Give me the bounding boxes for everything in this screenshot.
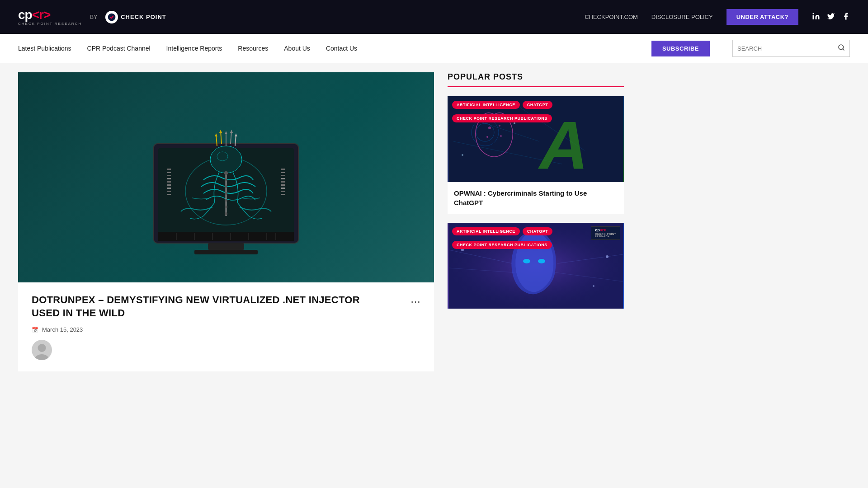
svg-point-67 [486, 136, 488, 138]
svg-point-66 [499, 125, 500, 127]
nav-intelligence-reports[interactable]: Intelligence Reports [166, 45, 222, 52]
hero-image [18, 72, 434, 282]
svg-point-43 [225, 192, 227, 195]
tag-ai-1[interactable]: ARTIFICIAL INTELLIGENCE [452, 101, 520, 109]
svg-rect-33 [281, 178, 285, 179]
nav-latest-publications[interactable]: Latest Publications [18, 45, 71, 52]
svg-point-76 [538, 259, 545, 263]
svg-point-68 [500, 135, 502, 137]
nav-resources[interactable]: Resources [238, 45, 268, 52]
svg-rect-34 [281, 181, 285, 183]
svg-rect-22 [167, 172, 171, 173]
popular-post-2: ARTIFICIAL INTELLIGENCE CHATGPT CHECK PO… [448, 223, 624, 309]
svg-rect-37 [281, 191, 285, 192]
disclosure-policy-link[interactable]: DISCLOSURE POLICY [651, 14, 713, 20]
svg-point-56 [38, 344, 46, 352]
article-more-button[interactable]: ⋯ [410, 296, 420, 308]
article-header-row: DOTRUNPEX – DEMYSTIFYING NEW VIRTUALIZED… [32, 294, 420, 319]
svg-rect-25 [167, 181, 171, 183]
svg-rect-7 [194, 250, 258, 254]
svg-point-71 [462, 154, 463, 156]
popular-posts-title: POPULAR POSTS [448, 72, 624, 87]
tag-cpr-pub-1[interactable]: CHECK POINT RESEARCH PUBLICATIONS [452, 114, 552, 122]
social-icons [812, 12, 850, 22]
post-2-tags: ARTIFICIAL INTELLIGENCE CHATGPT [452, 227, 552, 235]
svg-point-42 [225, 185, 227, 188]
article-meta: 📅 March 15, 2023 [32, 326, 420, 333]
twitter-icon[interactable] [827, 12, 835, 22]
svg-rect-31 [281, 172, 285, 173]
svg-marker-20 [235, 133, 237, 136]
svg-rect-21 [167, 169, 171, 170]
header-links: CHECKPOINT.COM DISCLOSURE POLICY [585, 14, 713, 20]
svg-line-13 [221, 131, 222, 144]
header-right: CHECKPOINT.COM DISCLOSURE POLICY UNDER A… [585, 9, 850, 25]
tag-chatgpt-1[interactable]: CHATGPT [523, 101, 552, 109]
svg-point-70 [514, 122, 515, 124]
svg-point-82 [606, 255, 609, 258]
nav-cpr-podcast[interactable]: CPR Podcast Channel [87, 45, 151, 52]
svg-marker-14 [219, 130, 222, 133]
post-2-image: ARTIFICIAL INTELLIGENCE CHATGPT CHECK PO… [448, 223, 624, 309]
calendar-icon: 📅 [32, 327, 38, 333]
post-2-tags-row2: CHECK POINT RESEARCH PUBLICATIONS [452, 240, 552, 248]
search-box [732, 40, 850, 57]
svg-marker-16 [225, 131, 227, 134]
tag-chatgpt-2[interactable]: CHATGPT [523, 227, 552, 235]
top-header: cp<r> CHECK POINT RESEARCH BY CHECK POIN… [0, 0, 868, 34]
svg-rect-58 [449, 96, 623, 182]
sidebar: POPULAR POSTS [448, 72, 624, 479]
cpr-logo[interactable]: cp<r> CHECK POINT RESEARCH [18, 9, 82, 26]
popular-post-1: A ARTIFICIAL INTEL [448, 96, 624, 214]
svg-rect-28 [167, 191, 171, 192]
by-label: BY [90, 14, 97, 20]
svg-rect-26 [167, 184, 171, 186]
svg-marker-12 [215, 133, 217, 136]
svg-point-65 [488, 127, 491, 129]
svg-rect-23 [167, 175, 171, 176]
article-title: DOTRUNPEX – DEMYSTIFYING NEW VIRTUALIZED… [32, 294, 362, 319]
svg-point-44 [225, 199, 227, 202]
cpr-badge: cp<r> CHECK POINT RESEARCH [591, 226, 620, 240]
cpr-logo-tagline: CHECK POINT RESEARCH [18, 22, 82, 26]
svg-line-3 [843, 49, 844, 50]
svg-point-46 [225, 212, 227, 215]
tag-ai-2[interactable]: ARTIFICIAL INTELLIGENCE [452, 227, 520, 235]
svg-rect-24 [167, 178, 171, 179]
linkedin-icon[interactable] [812, 12, 820, 22]
svg-rect-47 [158, 232, 294, 241]
svg-point-40 [224, 171, 228, 175]
subscribe-button[interactable]: SUBSCRIBE [651, 41, 710, 56]
checkpoint-logo-icon [105, 11, 118, 23]
svg-rect-38 [281, 194, 285, 195]
nav-bar: Latest Publications CPR Podcast Channel … [0, 34, 868, 63]
svg-line-17 [231, 131, 231, 144]
svg-rect-35 [281, 184, 285, 186]
article-section: DOTRUNPEX – DEMYSTIFYING NEW VIRTUALIZED… [18, 72, 434, 479]
post-1-image-bg: A [448, 96, 624, 182]
author-avatar [32, 340, 52, 360]
svg-marker-18 [230, 130, 233, 133]
hero-illustration [118, 89, 335, 266]
facebook-icon[interactable] [842, 12, 850, 22]
search-icon-button[interactable] [838, 44, 845, 53]
svg-rect-36 [281, 188, 285, 189]
post-1-title[interactable]: OPWNAI : Cybercriminals Starting to Use … [448, 182, 624, 214]
article-body: DOTRUNPEX – DEMYSTIFYING NEW VIRTUALIZED… [18, 282, 434, 371]
search-input[interactable] [737, 45, 838, 52]
svg-point-83 [593, 285, 594, 287]
svg-rect-27 [167, 188, 171, 189]
post-1-tags-row2: CHECK POINT RESEARCH PUBLICATIONS [452, 113, 552, 122]
svg-rect-29 [167, 194, 171, 195]
checkpoint-logo[interactable]: CHECK POINT [105, 11, 166, 23]
nav-about-us[interactable]: About Us [284, 45, 310, 52]
article-date: March 15, 2023 [42, 326, 83, 333]
svg-point-75 [523, 259, 530, 263]
tag-cpr-pub-2[interactable]: CHECK POINT RESEARCH PUBLICATIONS [452, 241, 552, 249]
checkpoint-com-link[interactable]: CHECKPOINT.COM [585, 14, 638, 20]
under-attack-button[interactable]: UNDER ATTACK? [726, 9, 798, 25]
cpr-badge-text: cp<r> CHECK POINT RESEARCH [595, 228, 616, 238]
checkpoint-logo-text: CHECK POINT [121, 14, 166, 20]
svg-point-1 [813, 13, 814, 14]
nav-contact-us[interactable]: Contact Us [326, 45, 357, 52]
